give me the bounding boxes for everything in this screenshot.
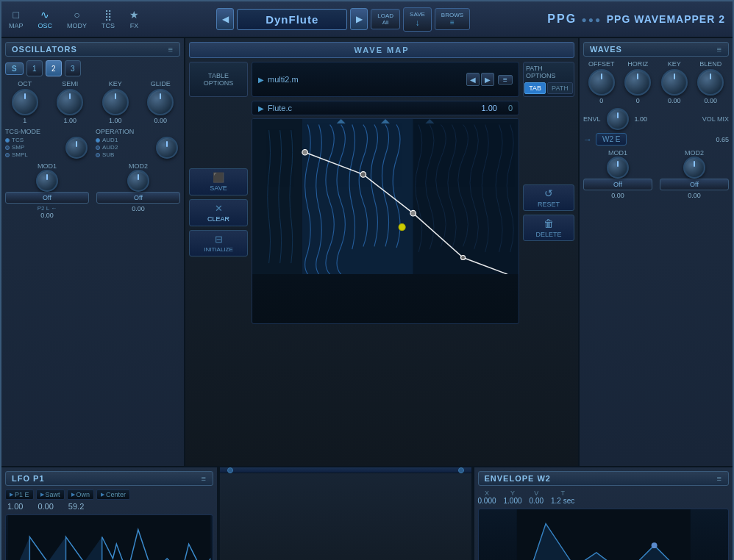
- lfo-header: LFO P1 ≡: [5, 471, 213, 486]
- aud1-option[interactable]: AUD1: [96, 137, 148, 143]
- file-menu-button-1[interactable]: ≡: [498, 75, 513, 85]
- mod2-dropdown[interactable]: Off: [96, 192, 180, 204]
- wave-map-controls-row1: TABLE OPTIONS ▶ multi2.m ◀ ▶ ≡ PATH OPTI…: [189, 62, 574, 97]
- waves-key-knob[interactable]: [661, 69, 688, 96]
- horiz-knob-group: HORIZ 0: [624, 60, 651, 104]
- semi-knob[interactable]: [57, 89, 83, 115]
- envelope-header: ENVELOPE W2 ≡: [478, 471, 730, 486]
- osc-1-button[interactable]: 1: [26, 60, 43, 76]
- preset-next-button[interactable]: ▶: [350, 8, 368, 30]
- save-button[interactable]: SAVE ↓: [403, 7, 432, 32]
- waves-mod2-group: MOD2 Off 0.00: [660, 149, 729, 199]
- glide-knob[interactable]: [147, 89, 174, 115]
- preset-prev-button[interactable]: ◀: [216, 8, 234, 30]
- waves-mod1-group: MOD1 Off 0.00: [583, 149, 652, 199]
- play-button-2[interactable]: ▶: [258, 104, 264, 112]
- lfo-values-row: 1.00 0.00 59.2: [7, 502, 213, 511]
- bottom-panels: LFO P1 ≡ ▶ P1 E ▶ Sawt ▶ Own ▶ Cent: [1, 466, 733, 560]
- scroll-bar[interactable]: [220, 467, 471, 473]
- file-next-button-1[interactable]: ▶: [481, 73, 494, 86]
- file-selector-2: ▶ Flute.c 1.00 0: [252, 101, 519, 115]
- nav-map[interactable]: □ MAP: [9, 9, 24, 29]
- initialize-action-button[interactable]: ⊟ INITIALIZE: [189, 230, 248, 256]
- play-button-1[interactable]: ▶: [258, 76, 264, 84]
- waves-mod2-dropdown[interactable]: Off: [660, 179, 729, 190]
- oscillators-menu-icon[interactable]: ≡: [168, 45, 174, 54]
- clear-icon: ✕: [215, 203, 223, 214]
- mod1-group: MOD1 Off P2 L ← 0.00: [5, 162, 89, 219]
- osc-2-button[interactable]: 2: [46, 60, 62, 76]
- sub-option[interactable]: SUB: [96, 151, 148, 158]
- w2e-button[interactable]: W2 E: [596, 133, 627, 146]
- envl-knob[interactable]: [607, 108, 629, 130]
- smpl-option[interactable]: SMPL: [5, 151, 57, 158]
- lfo-sel-p1e[interactable]: ▶ P1 E: [5, 489, 34, 500]
- lfo-menu-icon[interactable]: ≡: [202, 474, 207, 483]
- own-arrow-icon: ▶: [71, 492, 75, 498]
- envelope-coords: X 0.000 Y 1.000 V 0.00 T 1.2 sec: [478, 489, 730, 505]
- vol-mix-value: 0.65: [716, 136, 729, 143]
- waves-mod-section: MOD1 Off 0.00 MOD2 Off 0.00: [583, 149, 729, 199]
- waves-menu-icon[interactable]: ≡: [717, 45, 722, 54]
- browse-button[interactable]: BROWS ≡: [435, 8, 470, 30]
- preset-area: ◀ DynFlute ▶ LOAD All SAVE ↓ BROWS ≡: [139, 7, 547, 32]
- path-toggle-button[interactable]: PATH: [547, 82, 573, 94]
- file-prev-button-1[interactable]: ◀: [466, 73, 480, 86]
- svg-rect-1: [252, 119, 302, 274]
- waves-mod1-knob[interactable]: [607, 157, 629, 179]
- svg-point-4: [302, 149, 308, 155]
- lfo-value-1: 1.00: [7, 502, 23, 511]
- envelope-menu-icon[interactable]: ≡: [717, 474, 722, 483]
- lfo-display: [5, 514, 213, 560]
- file-selector-1: ▶ multi2.m ◀ ▶ ≡: [252, 62, 519, 97]
- osc-icon: ∿: [40, 9, 49, 21]
- key-knob[interactable]: [102, 89, 129, 115]
- smp-option[interactable]: SMP: [5, 144, 57, 151]
- mod2-knob[interactable]: [127, 170, 149, 192]
- envl-value: 1.00: [635, 115, 648, 123]
- operation-knob[interactable]: [156, 137, 178, 159]
- osc-3-button[interactable]: 3: [65, 60, 81, 76]
- nav-osc[interactable]: ∿ OSC: [38, 9, 53, 29]
- mod2-group: MOD2 Off 0.00: [96, 162, 180, 212]
- wave-map-controls-row2: ⬛ SAVE ✕ CLEAR ⊟ INITIALIZE ▶ Fl: [189, 101, 574, 324]
- nav-mody-label: MODY: [67, 22, 87, 29]
- tcs-knob[interactable]: [65, 137, 88, 159]
- delete-button[interactable]: 🗑 DELETE: [523, 215, 574, 241]
- vol-mix-row: → W2 E 0.65: [583, 133, 729, 146]
- mod1-knob[interactable]: [36, 170, 58, 192]
- solo-button[interactable]: S: [5, 62, 24, 75]
- lfo-panel: LFO P1 ≡ ▶ P1 E ▶ Sawt ▶ Own ▶ Cent: [1, 467, 218, 560]
- nav-fx[interactable]: ★ FX: [129, 9, 139, 29]
- lfo-sel-sawt[interactable]: ▶ Sawt: [36, 489, 65, 500]
- mod1-dropdown[interactable]: Off: [5, 192, 89, 204]
- load-button[interactable]: LOAD All: [371, 9, 400, 29]
- clear-action-button[interactable]: ✕ CLEAR: [189, 199, 248, 226]
- lfo-sel-own[interactable]: ▶ Own: [67, 489, 95, 500]
- lfo-sel-center[interactable]: ▶ Center: [96, 489, 130, 500]
- knob-row-main: OCT 1 SEMI 1.00 KEY 1.00 GLIDE 0: [5, 80, 180, 124]
- save-action-button[interactable]: ⬛ SAVE: [189, 168, 248, 195]
- nav-mody[interactable]: ○ MODY: [67, 9, 87, 29]
- filename-2: Flute.c: [268, 104, 477, 112]
- preset-name: DynFlute: [237, 9, 347, 30]
- nav-tcs[interactable]: ⣿ TCS: [101, 9, 115, 29]
- waves-header: WAVES ≡: [583, 42, 729, 57]
- wave-map-header: WAVE MAP: [189, 42, 574, 58]
- reset-button[interactable]: ↺ RESET: [523, 184, 574, 211]
- semi-knob-group: SEMI 1.00: [57, 80, 83, 124]
- offset-knob[interactable]: [588, 69, 615, 96]
- tcs-mode-section: TCS-MODE TCS SMP SMPL: [5, 128, 57, 159]
- oct-knob[interactable]: [12, 89, 38, 115]
- horiz-knob[interactable]: [624, 69, 651, 96]
- tab-toggle-button[interactable]: TAB: [524, 82, 546, 94]
- waves-mod1-dropdown[interactable]: Off: [583, 179, 652, 190]
- blend-knob[interactable]: [697, 69, 724, 96]
- tcs-option[interactable]: TCS: [5, 137, 57, 143]
- blend-knob-group: BLEND 0.00: [697, 60, 724, 104]
- aud2-option[interactable]: AUD2: [96, 144, 148, 151]
- sawt-arrow-icon: ▶: [40, 492, 44, 498]
- nav-tcs-label: TCS: [101, 22, 115, 29]
- mod1-route: P2 L ←: [38, 205, 57, 212]
- waves-mod2-knob[interactable]: [683, 157, 705, 179]
